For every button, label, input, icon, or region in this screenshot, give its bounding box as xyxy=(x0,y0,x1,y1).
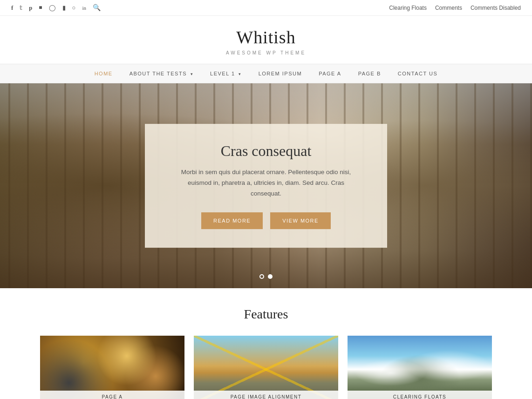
main-nav: HOME ABOUT THE TESTS ▾ LEVEL 1 ▾ LOREM I… xyxy=(0,64,532,83)
nav-item-page-b[interactable]: PAGE B xyxy=(350,64,389,83)
site-tagline: Awesome WP Theme xyxy=(0,50,532,55)
nav-link-page-b[interactable]: PAGE B xyxy=(350,64,389,83)
feature-label-page-a: PAGE A xyxy=(40,391,184,399)
feature-card-page-a[interactable]: PAGE A xyxy=(40,336,184,399)
slider-dots xyxy=(259,274,273,279)
nav-link-contact[interactable]: CONTACT US xyxy=(389,64,446,83)
dribbble-icon[interactable]: ○ xyxy=(72,4,76,12)
slide-buttons: READ MORE VIEW MORE xyxy=(173,212,359,229)
slide-text: Morbi in sem quis dui placerat ornare. P… xyxy=(173,167,359,199)
nav-link-lorem[interactable]: LOREM IPSUM xyxy=(250,64,311,83)
clearing-floats-link[interactable]: Clearing Floats xyxy=(389,5,427,11)
hero-slider: Cras consequat Morbi in sem quis dui pla… xyxy=(0,83,532,288)
features-title: Features xyxy=(11,307,521,322)
nav-item-page-a[interactable]: PAGE A xyxy=(310,64,350,83)
nav-link-page-a[interactable]: PAGE A xyxy=(310,64,350,83)
nav-item-contact[interactable]: CONTACT US xyxy=(389,64,446,83)
social-icons-container: f 𝕥 𝐩 ■ ◯ ▮ ○ in 🔍 xyxy=(11,4,101,12)
linkedin-icon[interactable]: in xyxy=(82,5,86,11)
feature-card-clearing-floats[interactable]: CLEARING FLOATS xyxy=(348,336,492,399)
comments-link[interactable]: Comments xyxy=(435,5,462,11)
feature-label-page-image: PAGE IMAGE ALIGNMENT xyxy=(194,391,338,399)
nav-item-level1[interactable]: LEVEL 1 ▾ xyxy=(202,64,250,83)
site-title: Whitish xyxy=(0,27,532,47)
search-icon[interactable]: 🔍 xyxy=(93,4,101,12)
features-section: Features PAGE A PAGE IMAGE ALIGNMENT CLE… xyxy=(0,288,532,399)
facebook-icon[interactable]: f xyxy=(11,4,13,12)
nav-item-lorem[interactable]: LOREM IPSUM xyxy=(250,64,311,83)
chevron-down-icon: ▾ xyxy=(191,72,194,76)
behance-icon[interactable]: ■ xyxy=(39,4,42,11)
slider-dot-1[interactable] xyxy=(259,274,264,279)
read-more-button[interactable]: READ MORE xyxy=(201,212,263,229)
feature-card-bg-c xyxy=(348,336,492,399)
pinterest-icon[interactable]: 𝐩 xyxy=(29,4,32,12)
top-links: Clearing Floats Comments Comments Disabl… xyxy=(389,5,521,11)
houzz-icon[interactable]: ▮ xyxy=(62,4,66,12)
nav-link-level1[interactable]: LEVEL 1 ▾ xyxy=(202,64,250,83)
feature-card-page-image[interactable]: PAGE IMAGE ALIGNMENT xyxy=(194,336,338,399)
slide-content-box: Cras consequat Morbi in sem quis dui pla… xyxy=(145,124,387,248)
instagram-icon[interactable]: ◯ xyxy=(49,4,56,12)
chevron-down-icon: ▾ xyxy=(239,72,242,76)
slide-title: Cras consequat xyxy=(173,142,359,160)
nav-items: HOME ABOUT THE TESTS ▾ LEVEL 1 ▾ LOREM I… xyxy=(86,64,446,83)
comments-disabled-link[interactable]: Comments Disabled xyxy=(471,5,521,11)
site-header: Whitish Awesome WP Theme xyxy=(0,16,532,64)
top-bar: f 𝕥 𝐩 ■ ◯ ▮ ○ in 🔍 Clearing Floats Comme… xyxy=(0,0,532,16)
nav-link-home[interactable]: HOME xyxy=(86,64,121,83)
feature-label-clearing-floats: CLEARING FLOATS xyxy=(348,391,492,399)
twitter-icon[interactable]: 𝕥 xyxy=(20,4,22,11)
features-grid: PAGE A PAGE IMAGE ALIGNMENT CLEARING FLO… xyxy=(14,336,518,399)
slider-dot-2[interactable] xyxy=(268,274,273,279)
feature-card-bg-a xyxy=(40,336,184,399)
nav-item-home[interactable]: HOME xyxy=(86,64,121,83)
nav-item-about[interactable]: ABOUT THE TESTS ▾ xyxy=(121,64,202,83)
view-more-button[interactable]: VIEW MORE xyxy=(270,212,331,229)
feature-card-bg-b xyxy=(194,336,338,399)
nav-link-about[interactable]: ABOUT THE TESTS ▾ xyxy=(121,64,202,83)
